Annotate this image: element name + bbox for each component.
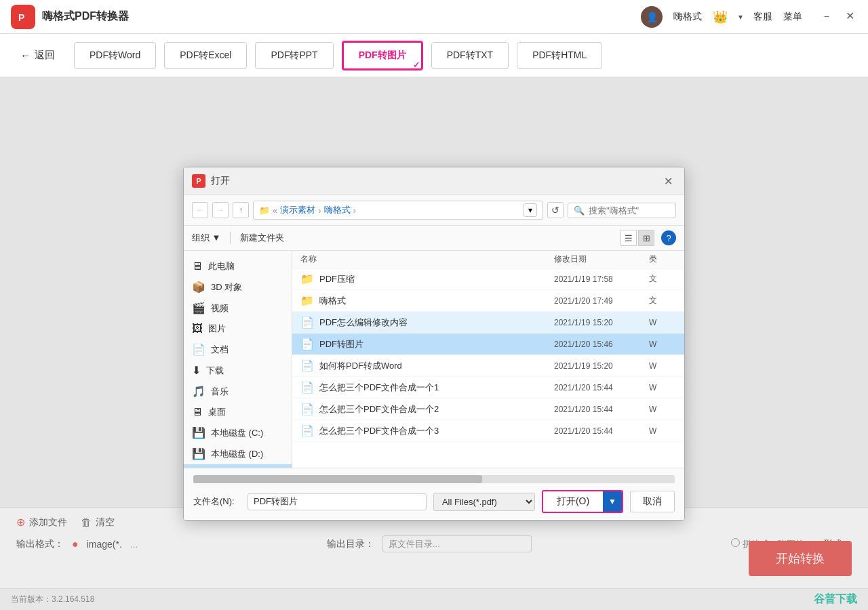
- file-date: 2021/1/20 15:44: [554, 383, 649, 392]
- file-date: 2021/1/19 17:58: [554, 274, 649, 284]
- dialog-toolbar: 组织 ▼ 新建文件夹 ☰ ⊞ ?: [184, 226, 684, 251]
- file-item-merge1[interactable]: 📄 怎么把三个PDF文件合成一个1 2021/1/20 15:44 W: [292, 377, 684, 399]
- col-header-date: 修改日期: [554, 253, 649, 265]
- back-button[interactable]: ← 返回: [20, 49, 55, 62]
- new-folder-button[interactable]: 新建文件夹: [240, 232, 284, 244]
- breadcrumb-bar: 📁 « 演示素材 › 嗨格式 › ▾: [253, 201, 543, 220]
- open-button[interactable]: 打开(O): [543, 491, 603, 512]
- file-item-pdf_edit[interactable]: 📄 PDF怎么编辑修改内容 2021/1/19 15:20 W: [292, 312, 684, 333]
- 3d-icon: 📦: [192, 281, 205, 293]
- tab-ppt[interactable]: PDF转PPT: [255, 42, 333, 69]
- file-list-area: 名称 修改日期 类 📁 PDF压缩 2021/1/19 17:58 文 📁 嗨格…: [292, 251, 684, 468]
- drive-c-icon: 💾: [192, 426, 205, 439]
- breadcrumb-part2[interactable]: 嗨格式: [324, 204, 351, 216]
- sidebar-item-drive-c[interactable]: 💾 本地磁盘 (C:): [184, 422, 292, 443]
- file-type: W: [649, 340, 676, 349]
- sidebar-item-3d[interactable]: 📦 3D 对象: [184, 277, 292, 298]
- col-header-name: 名称: [300, 253, 554, 265]
- tab-txt[interactable]: PDF转TXT: [431, 42, 509, 69]
- file-item-haige[interactable]: 📁 嗨格式 2021/1/20 17:49 文: [292, 290, 684, 312]
- sidebar-item-drive-e[interactable]: 💾 新加卷 (E:): [184, 464, 292, 468]
- file-dialog-sidebar: 🖥 此电脑 📦 3D 对象 🎬 视频 🖼 图片: [184, 251, 292, 468]
- sidebar-label-drive-c: 本地磁盘 (C:): [211, 427, 263, 439]
- back-arrow-icon: ←: [20, 49, 31, 61]
- file-item-pdf_image[interactable]: 📄 PDF转图片 2021/1/20 15:46 W: [292, 333, 684, 355]
- view-list-button[interactable]: ☰: [620, 230, 637, 246]
- breadcrumb-part1[interactable]: 演示素材: [280, 204, 315, 216]
- file-icon: 📄: [300, 424, 314, 437]
- file-item-pdf_word[interactable]: 📄 如何将PDF转成Word 2021/1/19 15:20 W: [292, 355, 684, 377]
- dialog-nav: ← → ↑ 📁 « 演示素材 › 嗨格式 › ▾ ↺ 🔍: [184, 195, 684, 226]
- back-label: 返回: [35, 49, 55, 62]
- search-input[interactable]: [589, 205, 656, 216]
- organize-label: 组织 ▼: [192, 232, 220, 244]
- scrollbar-thumb: [193, 475, 482, 483]
- open-dropdown-button[interactable]: ▼: [603, 491, 622, 512]
- horizontal-scrollbar[interactable]: [193, 475, 675, 483]
- footer-row: 文件名(N): All Files(*.pdf) 打开(O) ▼ 取消: [193, 490, 675, 513]
- file-date: 2021/1/20 15:44: [554, 405, 649, 414]
- file-type: 文: [649, 295, 676, 306]
- nav-forward-button[interactable]: →: [212, 202, 229, 218]
- search-box: 🔍: [568, 203, 676, 218]
- sidebar-item-download[interactable]: ⬇ 下载: [184, 360, 292, 381]
- filename-input[interactable]: [248, 493, 427, 510]
- tab-image[interactable]: PDF转图片: [342, 41, 423, 70]
- file-icon: 📄: [300, 403, 314, 415]
- file-item-merge3[interactable]: 📄 怎么把三个PDF文件合成一个3 2021/1/20 15:44 W: [292, 420, 684, 442]
- col-header-type: 类: [649, 253, 676, 265]
- sidebar-item-desktop[interactable]: 🖥 桌面: [184, 402, 292, 422]
- nav-back-button[interactable]: ←: [192, 202, 208, 218]
- minimize-button[interactable]: －: [818, 7, 835, 26]
- file-name: 怎么把三个PDF文件合成一个3: [319, 425, 554, 437]
- dialog-close-button[interactable]: ✕: [660, 173, 676, 189]
- sidebar-label-music: 音乐: [211, 386, 229, 398]
- file-name: 怎么把三个PDF文件合成一个1: [319, 382, 554, 394]
- file-type: 文: [649, 273, 676, 285]
- tab-html[interactable]: PDF转HTML: [517, 42, 602, 69]
- nav-up-button[interactable]: ↑: [233, 202, 249, 218]
- file-date: 2021/1/20 15:44: [554, 426, 649, 436]
- dropdown-arrow-icon[interactable]: ▾: [738, 12, 743, 22]
- search-icon: 🔍: [574, 205, 585, 216]
- window-controls: － ✕: [818, 7, 857, 26]
- sidebar-item-video[interactable]: 🎬 视频: [184, 298, 292, 319]
- nav-refresh-button[interactable]: ↺: [547, 202, 564, 218]
- file-list-header: 名称 修改日期 类: [292, 251, 684, 268]
- computer-icon: 🖥: [192, 260, 203, 272]
- titlebar: P 嗨格式PDF转换器 👤 嗨格式 👑 ▾ 客服 菜单 － ✕: [0, 0, 868, 34]
- sidebar-item-document[interactable]: 📄 文档: [184, 339, 292, 360]
- view-grid-button[interactable]: ⊞: [638, 230, 654, 246]
- cancel-button[interactable]: 取消: [630, 491, 675, 512]
- tab-word[interactable]: PDF转Word: [74, 42, 156, 69]
- desktop-icon: 🖥: [192, 406, 203, 418]
- file-item-pdf_compress[interactable]: 📁 PDF压缩 2021/1/19 17:58 文: [292, 268, 684, 290]
- file-type: W: [649, 318, 676, 327]
- file-icon: 📄: [300, 381, 314, 394]
- help-button[interactable]: ?: [661, 230, 676, 245]
- breadcrumb-dropdown-button[interactable]: ▾: [524, 203, 537, 217]
- tab-excel[interactable]: PDF转Excel: [164, 42, 247, 69]
- file-list-items: 📁 PDF压缩 2021/1/19 17:58 文 📁 嗨格式 2021/1/2…: [292, 268, 684, 442]
- menu-link[interactable]: 菜单: [783, 11, 802, 23]
- sidebar-item-drive-d[interactable]: 💾 本地磁盘 (D:): [184, 443, 292, 464]
- open-button-group: 打开(O) ▼: [542, 490, 623, 513]
- file-type: W: [649, 383, 676, 392]
- svg-text:P: P: [18, 12, 24, 23]
- sidebar-item-music[interactable]: 🎵 音乐: [184, 381, 292, 402]
- service-link[interactable]: 客服: [753, 11, 772, 23]
- avatar: 👤: [641, 6, 663, 28]
- file-date: 2021/1/20 17:49: [554, 296, 649, 306]
- main-area: ⊕ 添加文件 🗑 清空 输出格式： ● image(*. ... 输出目录： 拼…: [0, 77, 868, 610]
- file-type: W: [649, 361, 676, 371]
- organize-button[interactable]: 组织 ▼: [192, 232, 220, 244]
- file-item-merge2[interactable]: 📄 怎么把三个PDF文件合成一个2 2021/1/20 15:44 W: [292, 399, 684, 420]
- file-dialog: P 打开 ✕ ← → ↑ 📁 « 演示素材 › 嗨格式 › ▾: [183, 167, 685, 521]
- crown-icon: 👑: [713, 9, 728, 24]
- file-type: W: [649, 405, 676, 414]
- filetype-select[interactable]: All Files(*.pdf): [433, 493, 535, 511]
- close-button[interactable]: ✕: [843, 7, 857, 26]
- sidebar-item-computer[interactable]: 🖥 此电脑: [184, 256, 292, 277]
- sidebar-item-picture[interactable]: 🖼 图片: [184, 319, 292, 339]
- sidebar-label-document: 文档: [211, 344, 229, 356]
